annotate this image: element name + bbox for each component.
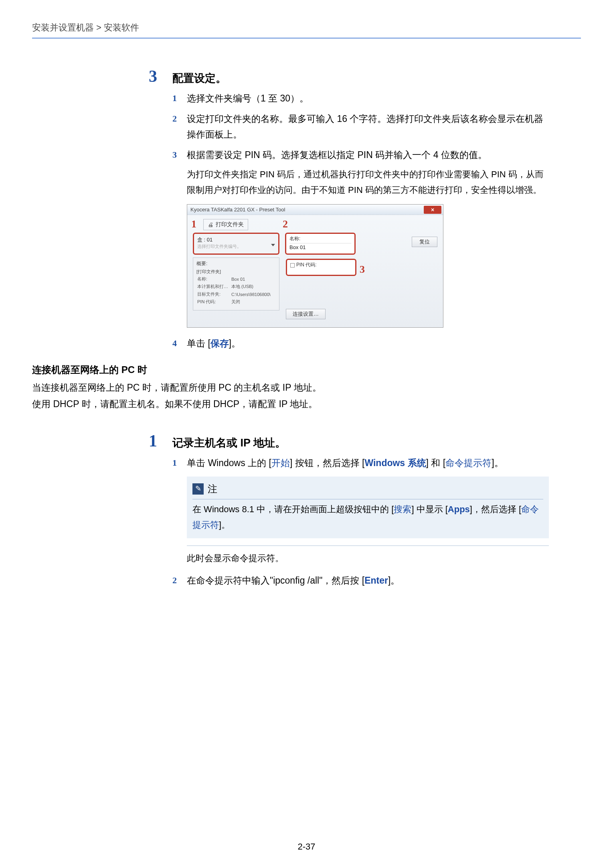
network-p1: 当连接机器至网络上的 PC 时，请配置所使用 PC 的主机名或 IP 地址。: [32, 379, 581, 395]
save-link[interactable]: 保存: [210, 338, 229, 349]
step3-number: 3: [129, 67, 157, 86]
network-p2: 使用 DHCP 时，请配置主机名。如果不使用 DHCP，请配置 IP 地址。: [32, 396, 581, 412]
step1-title: 记录主机名或 IP 地址。: [172, 436, 286, 450]
step3-title: 配置设定。: [172, 71, 227, 85]
chevron-down-icon: [271, 244, 275, 246]
step1-number: 1: [129, 431, 157, 450]
callout-2: 2: [283, 218, 288, 230]
note-label: 注: [208, 481, 217, 497]
preset-tool-window: Kyocera TASKalfa 2201 GX - Preset Tool ×…: [187, 204, 443, 328]
step1-sub2: 在命令提示符中输入"ipconfig /all"，然后按 [Enter]。: [187, 573, 549, 588]
callout-1: 1: [191, 218, 196, 230]
sub-num: 1: [172, 455, 181, 471]
search-link[interactable]: 搜索: [394, 504, 411, 514]
breadcrumb: 安装并设置机器 > 安装软件: [32, 22, 581, 39]
step1-after: 此时会显示命令提示符。: [187, 551, 549, 566]
step3-sub3: 根据需要设定 PIN 码。选择复选框以指定 PIN 码并输入一个 4 位数的值。: [187, 147, 549, 163]
sub-num: 2: [172, 573, 181, 588]
close-icon[interactable]: ×: [424, 206, 441, 214]
preset-tool-title: Kyocera TASKalfa 2201 GX - Preset Tool: [190, 207, 285, 213]
step3-extra: 为打印文件夹指定 PIN 码后，通过机器执行打印文件夹中的打印作业需要输入 PI…: [187, 167, 549, 198]
name-field[interactable]: 名称: Box 01: [285, 233, 356, 255]
step1-sub1: 单击 Windows 上的 [开始] 按钮，然后选择 [Windows 系统] …: [187, 455, 549, 471]
cmd-link[interactable]: 命令提示符: [445, 458, 492, 468]
step3-sub1: 选择文件夹编号（1 至 30）。: [187, 91, 549, 106]
print-folder-tab[interactable]: 🖨 打印文件夹: [203, 219, 248, 230]
apps-link[interactable]: Apps: [448, 504, 470, 514]
sub-num: 4: [172, 336, 181, 351]
step3-sub2: 设定打印文件夹的名称。最多可输入 16 个字符。选择打印文件夹后该名称会显示在机…: [187, 111, 549, 142]
checkbox-icon[interactable]: [290, 263, 295, 268]
start-link[interactable]: 开始: [271, 458, 290, 468]
printer-icon: 🖨: [208, 221, 213, 228]
box-select[interactable]: 盒 : 01 选择打印文件夹编号。: [193, 233, 279, 255]
pin-field[interactable]: PIN 代码:: [286, 259, 356, 276]
sub-num: 1: [172, 91, 181, 106]
network-heading: 连接机器至网络上的 PC 时: [32, 363, 581, 376]
sub-num: 2: [172, 111, 181, 142]
reset-button[interactable]: 复位: [412, 237, 437, 247]
windows-system-link[interactable]: Windows 系统: [364, 458, 426, 468]
sub-num: 3: [172, 147, 181, 163]
callout-3: 3: [360, 264, 365, 276]
page-number: 2-37: [0, 842, 613, 852]
connection-settings-button[interactable]: 连接设置…: [286, 309, 326, 319]
note-box: ✎ 注 在 Windows 8.1 中，请在开始画面上超级按钮中的 [搜索] 中…: [187, 477, 549, 538]
note-icon: ✎: [192, 483, 204, 495]
enter-link[interactable]: Enter: [364, 575, 388, 586]
note-body: 在 Windows 8.1 中，请在开始画面上超级按钮中的 [搜索] 中显示 […: [192, 502, 543, 533]
step3-sub4: 单击 [保存]。: [187, 336, 549, 351]
